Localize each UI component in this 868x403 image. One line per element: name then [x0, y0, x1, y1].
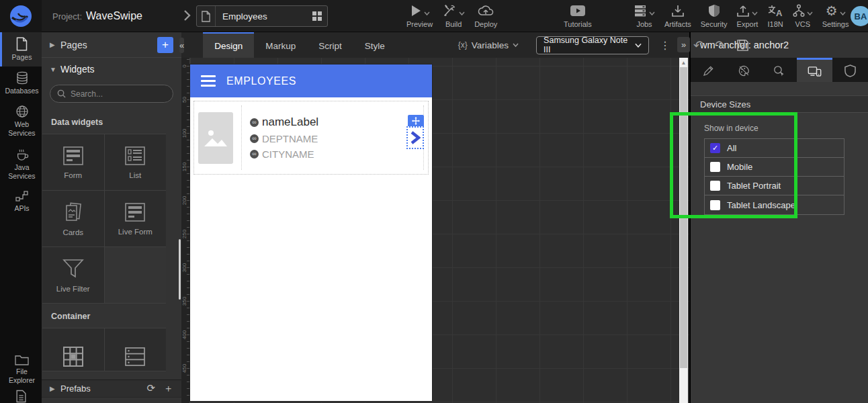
design-canvas[interactable]: 0 50 100 150 200 250 300 350 400 450 EMP…	[181, 58, 689, 403]
widget-tile-list[interactable]: List	[105, 134, 167, 190]
tab-device-sizes[interactable]	[797, 58, 832, 82]
canvas-scrollbar[interactable]: ▲	[679, 58, 688, 403]
refresh-icon[interactable]: ⟳	[146, 382, 155, 395]
sidebar-spacer	[0, 218, 42, 349]
deploy-button[interactable]: Deploy	[470, 2, 502, 28]
svg-text:A: A	[776, 8, 783, 17]
widget-tile-layout-grid[interactable]	[42, 328, 104, 371]
security-button[interactable]: Security	[696, 2, 732, 28]
device-option-all[interactable]: ✓ All	[705, 139, 844, 158]
employee-list-item[interactable]: ∞ nameLabel ∞ DEPTNAME ∞ CITYNAME	[193, 101, 429, 175]
user-avatar[interactable]: BA	[851, 6, 868, 26]
search-icon	[57, 89, 66, 98]
expand-panel-button[interactable]: »	[677, 37, 690, 52]
clipped-doc-icon[interactable]	[0, 390, 42, 403]
ruler-ticks	[187, 59, 189, 402]
undo-button[interactable]: ↶	[688, 38, 709, 53]
mobile-page-mockup[interactable]: EMPLOYEES ∞ nameLabel ∞ DEPTNAME	[190, 64, 432, 401]
devices-icon	[808, 65, 822, 77]
tab-styles[interactable]	[726, 58, 762, 82]
widget-tile-accordion[interactable]	[105, 328, 167, 371]
image-placeholder[interactable]	[198, 112, 233, 164]
name-label-widget[interactable]: ∞ nameLabel	[250, 116, 415, 129]
sidebar-item-java-services[interactable]: Java Services	[0, 143, 42, 185]
checkbox-unchecked-icon[interactable]	[710, 162, 720, 172]
database-icon	[15, 71, 29, 85]
add-page-button[interactable]: +	[157, 37, 173, 53]
drag-handle[interactable]	[408, 115, 424, 126]
widget-tile-cards[interactable]: Cards	[42, 191, 104, 247]
mobile-page-header[interactable]: EMPLOYEES	[190, 64, 432, 97]
more-options-icon[interactable]: ⋮	[660, 39, 670, 52]
i18n-button[interactable]: A I18N	[763, 2, 787, 28]
plus-icon[interactable]: ＋	[163, 382, 173, 395]
dept-label-widget[interactable]: ∞ DEPTNAME	[250, 133, 415, 144]
mobile-page-title: EMPLOYEES	[226, 75, 296, 87]
widget-tile-live-form[interactable]: Live Form	[105, 191, 167, 247]
chevron-down-icon[interactable]	[807, 11, 813, 15]
tab-security[interactable]	[832, 58, 868, 82]
panel-scrollbar[interactable]	[179, 239, 181, 300]
device-sizes-section-header: Device Sizes	[691, 95, 868, 113]
pages-icon	[15, 37, 28, 51]
project-name: WaveSwipe	[86, 10, 142, 22]
sidebar-item-databases[interactable]: Databases	[0, 66, 42, 100]
page-selector[interactable]: Employees	[196, 5, 328, 27]
widget-search[interactable]	[50, 85, 173, 103]
chevron-down-icon[interactable]	[424, 11, 430, 15]
project-label: Project:	[52, 11, 82, 21]
live-form-icon	[124, 202, 146, 222]
device-option-tablet-portrait[interactable]: Tablet Portrait	[705, 177, 844, 195]
widgets-accordion[interactable]: ▼ Widgets	[42, 58, 181, 81]
tab-script[interactable]: Script	[307, 32, 353, 58]
editor-toolbar: « Design Markup Script Style {x} Variabl…	[181, 32, 689, 58]
chevron-down-icon[interactable]	[459, 11, 465, 15]
device-option-tablet-landscape[interactable]: Tablet Landscape	[705, 195, 844, 214]
collapse-left-panel-button[interactable]: «	[179, 38, 184, 53]
widget-tile-live-filter[interactable]: Live Filter	[42, 247, 104, 303]
tab-markup[interactable]: Markup	[254, 32, 307, 58]
page-grid-icon[interactable]	[307, 11, 327, 21]
sidebar-item-file-explorer[interactable]: File Explorer	[0, 349, 42, 390]
tab-properties[interactable]	[691, 58, 726, 82]
tab-events[interactable]	[762, 58, 797, 82]
prefabs-accordion[interactable]: ▶ Prefabs ⟳ ＋	[42, 379, 181, 398]
scroll-up-arrow[interactable]: ▲	[679, 58, 688, 67]
build-button[interactable]: Build	[437, 2, 470, 28]
artifacts-button[interactable]: Artifacts	[660, 2, 696, 28]
app-logo[interactable]	[0, 0, 42, 32]
variables-button[interactable]: {x} Variables	[458, 40, 519, 50]
pages-accordion[interactable]: ▶ Pages +	[42, 32, 181, 58]
jobs-button[interactable]: Jobs	[629, 2, 660, 28]
chevron-down-icon[interactable]	[752, 11, 758, 15]
bind-icon: ∞	[250, 150, 259, 159]
widget-search-input[interactable]	[71, 89, 165, 99]
sidebar-item-apis[interactable]: APIs	[0, 185, 42, 218]
checkbox-unchecked-icon[interactable]	[710, 200, 720, 210]
chevron-down-icon[interactable]	[840, 11, 846, 15]
tutorials-button[interactable]: Tutorials	[559, 2, 597, 28]
anchor-chevron[interactable]	[406, 126, 424, 149]
save-button[interactable]	[736, 39, 749, 52]
tab-design[interactable]: Design	[203, 32, 254, 58]
settings-button[interactable]: ⚙ Settings	[818, 2, 854, 28]
hamburger-menu-icon[interactable]	[201, 75, 216, 87]
device-option-mobile[interactable]: Mobile	[705, 158, 844, 177]
export-button[interactable]: Export	[732, 2, 763, 28]
tab-style[interactable]: Style	[353, 32, 396, 58]
checkbox-checked-icon[interactable]: ✓	[710, 143, 720, 153]
redo-button[interactable]: ↷	[709, 38, 731, 53]
sidebar-item-pages[interactable]: Pages	[0, 32, 42, 66]
vcs-button[interactable]: VCS	[788, 2, 818, 28]
preview-button[interactable]: Preview	[402, 2, 437, 28]
empty-grid-cell	[105, 247, 167, 303]
chevron-down-icon[interactable]	[649, 11, 655, 15]
sidebar-item-web-services[interactable]: Web Services	[0, 100, 42, 142]
city-label-widget[interactable]: ∞ CITYNAME	[250, 148, 415, 160]
checkbox-unchecked-icon[interactable]	[710, 181, 720, 191]
selected-anchor-widget[interactable]	[406, 115, 424, 149]
device-preview-select[interactable]: Samsung Galaxy Note III	[536, 36, 649, 54]
scrollbar-thumb[interactable]	[680, 67, 687, 368]
widget-tile-form[interactable]: Form	[42, 134, 104, 190]
widgets-panel: ▶ Pages + ▼ Widgets Data widgets Form Li…	[42, 32, 181, 403]
